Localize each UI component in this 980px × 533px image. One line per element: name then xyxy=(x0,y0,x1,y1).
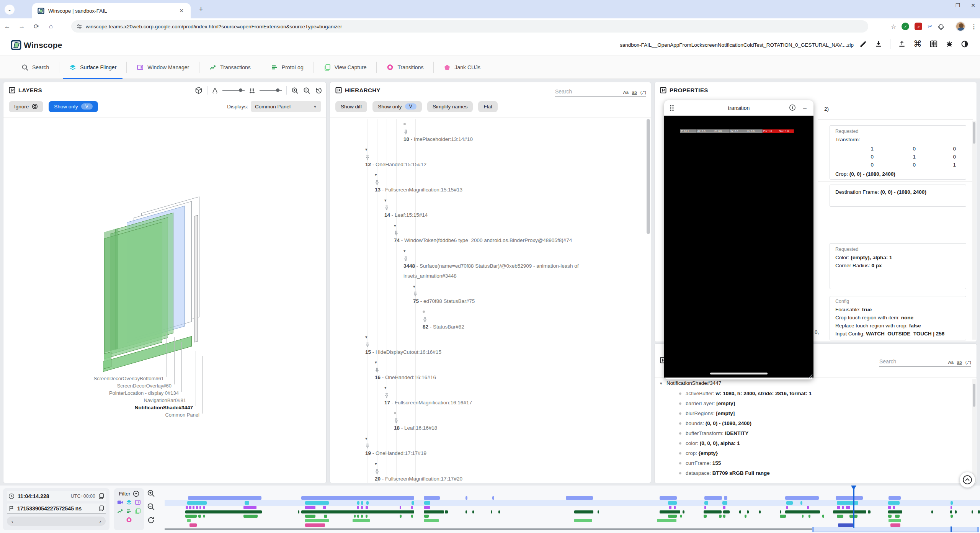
hierarchy-row[interactable]: ▾15 - HideDisplayCutout:16:16#15 xyxy=(330,332,648,357)
timeline-reset-icon[interactable] xyxy=(147,516,155,524)
site-settings-icon[interactable] xyxy=(77,24,82,29)
window-manager-segment[interactable] xyxy=(199,506,201,509)
transactions-segment[interactable] xyxy=(868,510,871,513)
transactions-segment[interactable] xyxy=(833,510,866,513)
window-manager-segment[interactable] xyxy=(193,506,194,509)
screen-recording-segment[interactable] xyxy=(889,496,901,500)
tab-transactions[interactable]: Transactions xyxy=(199,56,261,79)
screen-overlay-card[interactable]: transition _ P: 0 / 1dX: 0.0dY: 0.0Xv: 0… xyxy=(664,100,813,379)
protolog-segment[interactable] xyxy=(780,515,786,518)
window-close-button[interactable]: ✕ xyxy=(969,2,978,8)
match-word-icon[interactable]: ab xyxy=(957,360,962,365)
expand-arrow-icon[interactable]: ▾ xyxy=(365,332,372,342)
property-row[interactable]: activeBuffer: w: 1080, h: 2400, stride: … xyxy=(655,389,975,399)
surface-flinger-segment[interactable] xyxy=(245,501,249,505)
window-manager-segment[interactable] xyxy=(951,506,952,509)
protolog-segment[interactable] xyxy=(704,515,707,518)
transactions-segment[interactable] xyxy=(972,510,973,513)
pin-icon[interactable] xyxy=(384,205,632,210)
protolog-segment[interactable] xyxy=(424,515,429,518)
expand-arrow-icon[interactable]: ▾ xyxy=(375,170,381,180)
displays-select[interactable]: Common Panel ▼ xyxy=(251,101,321,112)
window-manager-segment[interactable] xyxy=(846,506,850,509)
protolog-segment[interactable] xyxy=(198,515,201,518)
window-manager-segment[interactable] xyxy=(424,506,430,509)
transactions-segment[interactable] xyxy=(888,510,902,513)
show-only-button[interactable]: Show only V xyxy=(49,101,98,112)
layer-label[interactable]: Common Panel xyxy=(165,412,199,418)
protolog-segment[interactable] xyxy=(400,515,402,518)
tab-close-icon[interactable]: ✕ xyxy=(178,7,185,15)
hierarchy-row[interactable]: ▾13 - FullscreenMagnification:15:15#13 xyxy=(330,170,648,195)
screen-recording-segment[interactable] xyxy=(301,496,414,500)
layer-label[interactable]: ScreenDecorOverlay#60 xyxy=(117,383,172,389)
timeline-canvas[interactable] xyxy=(165,486,980,533)
tab-surface-flinger[interactable]: Surface Flinger xyxy=(59,56,126,79)
extension-check-icon[interactable]: ✓ xyxy=(902,23,909,30)
docs-book-icon[interactable] xyxy=(929,40,938,48)
view-capture-segment[interactable] xyxy=(657,519,676,522)
screen-recording-segment[interactable] xyxy=(836,496,863,500)
expand-arrow-icon[interactable]: ▾ xyxy=(403,246,410,256)
extension-scissors-icon[interactable]: ✂ xyxy=(928,23,933,30)
properties-tree-scrollbar[interactable] xyxy=(972,379,976,482)
transactions-segment[interactable] xyxy=(598,510,599,513)
view-capture-segment[interactable] xyxy=(305,519,329,522)
surface-flinger-segment[interactable] xyxy=(704,501,708,505)
report-bug-icon[interactable] xyxy=(946,40,953,48)
protolog-segment[interactable] xyxy=(680,515,682,518)
expand-arrow-icon[interactable]: ▾ xyxy=(365,433,372,444)
screen-recording-segment[interactable] xyxy=(704,496,722,500)
window-manager-segment[interactable] xyxy=(786,506,788,509)
cube-3d-icon[interactable] xyxy=(195,87,203,94)
properties-root-row[interactable]: ▾NotificationShade#3447 xyxy=(655,378,975,389)
surface-flinger-segment[interactable] xyxy=(786,501,793,505)
screen-recording-segment[interactable] xyxy=(724,496,727,500)
button-flat[interactable]: Flat xyxy=(478,101,498,112)
cursor-marker-icon[interactable] xyxy=(851,486,856,490)
transitions-segment[interactable] xyxy=(305,523,325,527)
window-manager-segment[interactable] xyxy=(357,506,359,509)
hierarchy-row[interactable]: ▾17 - FullscreenMagnification:16:16#17 xyxy=(330,383,648,408)
window-manager-segment[interactable] xyxy=(723,506,725,509)
property-row[interactable]: currFrame: 155 xyxy=(655,458,975,468)
view-capture-segment[interactable] xyxy=(187,519,191,522)
transactions-segment[interactable] xyxy=(472,510,474,513)
tab-protolog[interactable]: ProtoLog xyxy=(261,56,314,79)
surface-flinger-segment[interactable] xyxy=(951,501,953,505)
ignore-button[interactable]: Ignore xyxy=(9,101,43,112)
screen-recording-segment[interactable] xyxy=(492,496,494,500)
property-row[interactable]: color: (0, 0, 0), alpha: 1 xyxy=(655,438,975,448)
window-manager-segment[interactable] xyxy=(888,506,891,509)
match-case-icon[interactable]: Aa xyxy=(623,90,629,95)
transactions-segment[interactable] xyxy=(723,510,730,513)
resize-handle-icon[interactable] xyxy=(808,374,813,379)
property-row[interactable]: dataspace: BT709 sRGB Full range xyxy=(655,468,975,478)
window-manager-segment[interactable] xyxy=(305,506,315,509)
protolog-segment[interactable] xyxy=(802,515,804,518)
url-field[interactable]: winscope.teams.x20web.corp.google.com/pr… xyxy=(71,20,868,33)
window-manager-segment[interactable] xyxy=(837,506,840,509)
layer-rect[interactable] xyxy=(104,228,118,353)
home-icon[interactable]: ⌂ xyxy=(44,23,58,30)
transitions-segment[interactable] xyxy=(890,523,900,527)
transactions-segment[interactable] xyxy=(785,510,820,513)
tab-transitions[interactable]: Transitions xyxy=(377,56,433,79)
screen-recording-segment[interactable] xyxy=(424,496,440,500)
property-row[interactable]: barrierLayer: [empty] xyxy=(655,399,975,409)
window-manager-segment[interactable] xyxy=(186,506,188,509)
surface-flinger-segment[interactable] xyxy=(888,501,900,505)
tab-window-manager[interactable]: Window Manager xyxy=(127,56,199,79)
protolog-segment[interactable] xyxy=(745,515,746,518)
pin-icon[interactable] xyxy=(375,368,632,373)
collapse-panel-icon[interactable] xyxy=(9,87,15,93)
tab-jank-cujs[interactable]: Jank CUJs xyxy=(434,56,490,79)
tab-search-button[interactable]: ⌄ xyxy=(5,5,15,15)
pin-icon[interactable] xyxy=(384,393,632,398)
window-restore-button[interactable]: ❐ xyxy=(953,2,962,8)
window-manager-segment[interactable] xyxy=(669,506,671,509)
expand-arrow-icon[interactable]: ▾ xyxy=(375,357,381,368)
transactions-segment[interactable] xyxy=(466,510,467,513)
hierarchy-row[interactable]: 18 - Leaf:16:16#18 xyxy=(330,408,648,433)
overview-track[interactable] xyxy=(165,528,812,530)
